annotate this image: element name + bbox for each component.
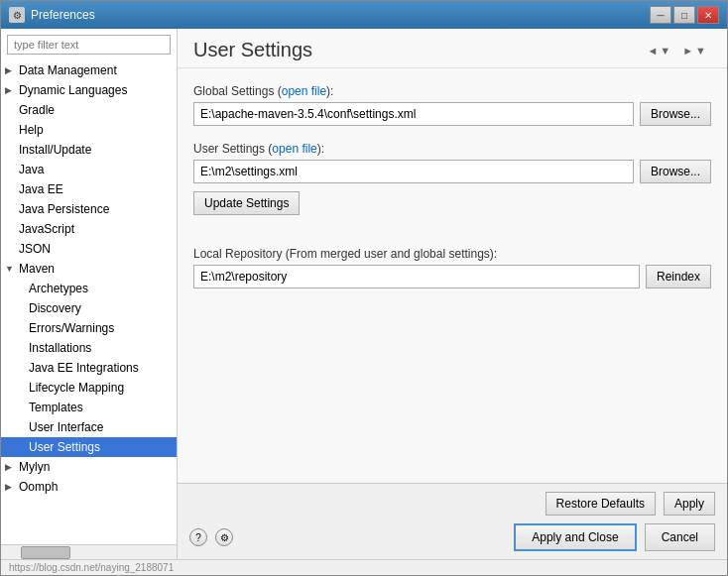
local-repo-label: Local Repository (From merged user and g… — [193, 247, 711, 261]
sidebar-item-label: Installations — [29, 341, 91, 355]
separator — [193, 231, 711, 247]
expand-arrow: ▶ — [5, 462, 19, 472]
sidebar-item-gradle[interactable]: Gradle — [1, 100, 177, 120]
panel-header: User Settings ◄ ▼ ► ▼ — [178, 29, 727, 68]
sidebar-item-label: Mylyn — [19, 460, 50, 474]
sidebar-item-help[interactable]: Help — [1, 120, 177, 140]
sidebar-item-errors-warnings[interactable]: Errors/Warnings — [1, 318, 177, 338]
user-settings-input[interactable] — [193, 160, 634, 183]
title-bar: ⚙ Preferences ─ □ ✕ — [1, 1, 727, 29]
sidebar-item-label: Install/Update — [19, 143, 91, 157]
back-dropdown-icon[interactable]: ▼ — [660, 45, 670, 57]
bottom-row: ? ⚙ Apply and Close Cancel — [189, 523, 715, 551]
sidebar-item-user-settings[interactable]: User Settings — [1, 437, 177, 457]
forward-button[interactable]: ► ▼ — [677, 42, 711, 59]
expand-arrow: ▶ — [5, 85, 19, 95]
global-settings-link[interactable]: open file — [282, 84, 326, 98]
bottom-left-actions: ? ⚙ — [189, 528, 233, 546]
sidebar-item-java-ee-integration[interactable]: Java EE Integrations — [1, 358, 177, 378]
expand-arrow: ▶ — [5, 482, 19, 492]
status-text: https://blog.csdn.net/naying_2188071 — [9, 562, 174, 573]
sidebar: ▶ Data Management ▶ Dynamic Languages Gr… — [1, 29, 178, 559]
sidebar-item-label: Data Management — [19, 63, 117, 77]
sidebar-item-label: Discovery — [29, 301, 81, 315]
local-repo-row: Reindex — [193, 265, 711, 288]
cancel-button[interactable]: Cancel — [645, 523, 715, 551]
sidebar-item-label: Maven — [19, 262, 55, 276]
sidebar-item-label: Java — [19, 163, 44, 176]
sidebar-item-oomph[interactable]: ▶ Oomph — [1, 477, 177, 497]
bottom-right-actions: Apply and Close Cancel — [514, 523, 715, 551]
panel-title: User Settings — [193, 39, 312, 61]
sidebar-item-archetypes[interactable]: Archetypes — [1, 279, 177, 298]
global-settings-group: Global Settings (open file): Browse... — [193, 84, 711, 126]
update-settings-button[interactable]: Update Settings — [193, 191, 300, 215]
sidebar-item-maven[interactable]: ▼ Maven — [1, 259, 177, 279]
maximize-button[interactable]: □ — [673, 6, 695, 24]
status-bar: https://blog.csdn.net/naying_2188071 — [1, 559, 727, 575]
panel-body: Global Settings (open file): Browse... U… — [178, 68, 727, 483]
sidebar-item-label: Lifecycle Mapping — [29, 381, 124, 395]
minimize-button[interactable]: ─ — [650, 6, 671, 24]
sidebar-item-json[interactable]: JSON — [1, 239, 177, 259]
apply-close-button[interactable]: Apply and Close — [514, 523, 636, 551]
window-controls: ─ □ ✕ — [650, 6, 719, 24]
sidebar-item-install-update[interactable]: Install/Update — [1, 140, 177, 160]
global-settings-input[interactable] — [193, 102, 634, 126]
sidebar-item-label: User Interface — [29, 420, 103, 434]
close-button[interactable]: ✕ — [697, 6, 719, 24]
sidebar-item-templates[interactable]: Templates — [1, 398, 177, 417]
sidebar-item-user-interface[interactable]: User Interface — [1, 417, 177, 437]
preferences-button[interactable]: ⚙ — [215, 528, 233, 546]
sidebar-item-javascript[interactable]: JavaScript — [1, 219, 177, 239]
footer-bar: Restore Defaults Apply ? ⚙ Apply and Clo… — [178, 483, 727, 559]
sidebar-item-label: JavaScript — [19, 222, 74, 236]
sidebar-item-label: JSON — [19, 242, 51, 256]
user-browse-button[interactable]: Browse... — [640, 160, 711, 183]
sidebar-item-label: Errors/Warnings — [29, 321, 114, 335]
user-settings-group: User Settings (open file): Browse... Upd… — [193, 142, 711, 215]
sidebar-item-label: Dynamic Languages — [19, 83, 127, 97]
sidebar-item-data-management[interactable]: ▶ Data Management — [1, 60, 177, 80]
expand-arrow: ▶ — [5, 65, 19, 75]
help-button[interactable]: ? — [189, 528, 207, 546]
sidebar-item-java-persistence[interactable]: Java Persistence — [1, 199, 177, 219]
restore-defaults-button[interactable]: Restore Defaults — [546, 492, 656, 516]
global-settings-label: Global Settings (open file): — [193, 84, 711, 98]
tree-container: ▶ Data Management ▶ Dynamic Languages Gr… — [1, 60, 177, 544]
sidebar-item-dynamic-languages[interactable]: ▶ Dynamic Languages — [1, 80, 177, 100]
filter-input[interactable] — [7, 35, 171, 55]
sidebar-item-label: Archetypes — [29, 282, 88, 295]
reindex-button[interactable]: Reindex — [646, 265, 711, 288]
preferences-window: ⚙ Preferences ─ □ ✕ ▶ Data Management ▶ … — [0, 0, 728, 576]
sidebar-item-installations[interactable]: Installations — [1, 338, 177, 358]
global-browse-button[interactable]: Browse... — [640, 102, 711, 126]
sidebar-item-mylyn[interactable]: ▶ Mylyn — [1, 457, 177, 477]
global-settings-row: Browse... — [193, 102, 711, 126]
sidebar-item-label: Templates — [29, 401, 83, 414]
sidebar-item-lifecycle-mapping[interactable]: Lifecycle Mapping — [1, 378, 177, 398]
user-settings-link[interactable]: open file — [272, 142, 316, 156]
user-settings-row: Browse... — [193, 160, 711, 183]
forward-arrow-icon: ► — [682, 45, 693, 57]
scroll-thumb[interactable] — [21, 546, 70, 559]
expand-arrow: ▼ — [5, 264, 19, 274]
content-area: ▶ Data Management ▶ Dynamic Languages Gr… — [1, 29, 727, 559]
sidebar-item-label: Java EE — [19, 182, 63, 196]
sidebar-item-java-ee[interactable]: Java EE — [1, 179, 177, 199]
window-icon: ⚙ — [9, 7, 25, 23]
horizontal-scrollbar[interactable] — [1, 544, 177, 559]
window-title: Preferences — [31, 8, 650, 22]
local-repo-input[interactable] — [193, 265, 640, 288]
sidebar-item-java[interactable]: Java — [1, 160, 177, 179]
sidebar-item-label: User Settings — [29, 440, 100, 454]
main-panel: User Settings ◄ ▼ ► ▼ Global Setti — [178, 29, 727, 559]
forward-dropdown-icon[interactable]: ▼ — [695, 45, 706, 57]
sidebar-item-label: Oomph — [19, 480, 58, 494]
sidebar-item-label: Java Persistence — [19, 202, 109, 216]
apply-button[interactable]: Apply — [664, 492, 715, 516]
user-settings-label: User Settings (open file): — [193, 142, 711, 156]
sidebar-item-discovery[interactable]: Discovery — [1, 298, 177, 318]
sidebar-item-label: Gradle — [19, 103, 55, 117]
back-button[interactable]: ◄ ▼ — [642, 42, 675, 59]
